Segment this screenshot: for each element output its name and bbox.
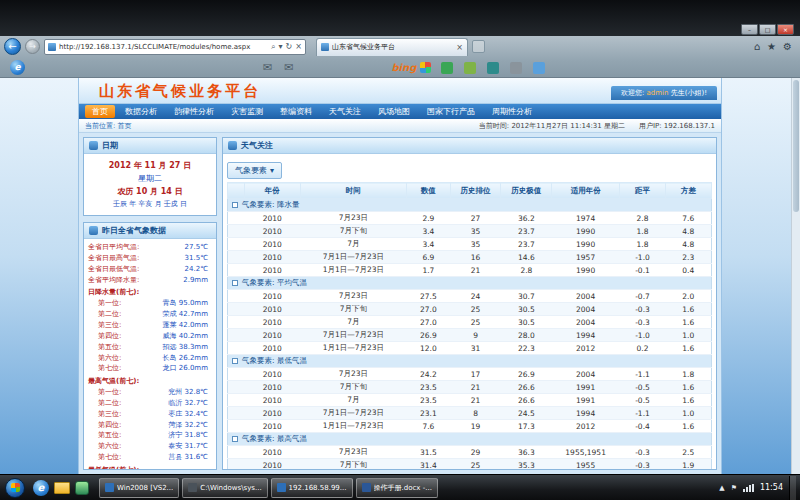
rank-item: 第三位:枣庄 32.4℃ <box>88 409 212 420</box>
section-checkbox[interactable] <box>232 280 238 286</box>
nav-item-9[interactable]: 周期性分析 <box>485 105 539 118</box>
section-checkbox[interactable] <box>232 202 238 208</box>
system-tray: ▲ ⚑ 11:54 <box>719 476 798 500</box>
table-cell: 2.5 <box>665 446 711 459</box>
toolbar-icon-5[interactable] <box>533 62 545 74</box>
column-header: 方差 <box>665 183 711 199</box>
row-checkbox-cell <box>228 238 245 251</box>
taskbar-button-1[interactable]: Win2008 [VS2... <box>99 478 179 498</box>
maximize-button[interactable]: □ <box>759 24 776 35</box>
table-cell: 17.3 <box>501 420 552 433</box>
calendar-icon <box>89 141 98 150</box>
toolbar-icon-3[interactable] <box>487 62 499 74</box>
chevron-down-icon[interactable]: ▾ <box>279 42 283 51</box>
search-icon[interactable]: ⌕ <box>271 42 275 52</box>
rank-label: 第七位: <box>98 363 121 374</box>
browser-forward-button[interactable]: → <box>25 39 40 54</box>
welcome-bar: 欢迎您: admin 先生(小姐)! <box>611 86 717 100</box>
tools-gear-icon[interactable]: ⚙ <box>783 41 792 52</box>
url-text[interactable]: http://192.168.137.1/SLCCLIMATE/modules/… <box>59 43 268 51</box>
bing-tile-icon[interactable] <box>420 62 431 73</box>
element-filter-button[interactable]: 气象要素 ▾ <box>227 162 282 179</box>
nav-item-1[interactable]: 首页 <box>85 105 115 118</box>
nav-item-2[interactable]: 数据分析 <box>118 105 164 118</box>
table-row: 20107月下旬31.42535.31955-0.31.9 <box>228 459 712 470</box>
vertical-scrollbar[interactable] <box>791 78 800 474</box>
table-cell: 7月 <box>300 238 406 251</box>
network-icon[interactable] <box>743 484 754 492</box>
rank-label: 第四位: <box>98 331 121 342</box>
section-row[interactable]: 气象要素: 最高气温 <box>228 433 712 446</box>
taskbar-media-icon[interactable] <box>75 481 89 495</box>
stat-label: 全省平均降水量: <box>88 275 139 286</box>
taskbar-folder-icon[interactable] <box>54 482 70 494</box>
nav-item-3[interactable]: 韵律性分析 <box>167 105 221 118</box>
ie-logo-icon[interactable]: e <box>10 60 25 75</box>
mail-icon[interactable]: ✉ <box>263 61 272 74</box>
show-desktop-button[interactable] <box>789 476 796 500</box>
column-header: 时间 <box>300 183 406 199</box>
section-checkbox[interactable] <box>232 358 238 364</box>
favorites-star-icon[interactable]: ★ <box>767 41 776 52</box>
toolbar-icon-1[interactable] <box>441 62 453 74</box>
table-cell: 7月 <box>300 316 406 329</box>
quick-launch: e <box>33 480 89 496</box>
table-cell: 2004 <box>552 368 620 381</box>
nav-item-6[interactable]: 天气关注 <box>322 105 368 118</box>
rank-label: 第二位: <box>98 398 121 409</box>
minimize-button[interactable]: – <box>741 24 758 35</box>
browser-tab[interactable]: 山东省气候业务平台 × <box>316 38 468 56</box>
nav-item-7[interactable]: 风场地图 <box>371 105 417 118</box>
table-cell: 24.5 <box>501 407 552 420</box>
taskbar-ie-icon[interactable]: e <box>33 480 49 496</box>
window-titlebar: – □ × <box>0 0 800 36</box>
toolbar-icon-2[interactable] <box>464 62 476 74</box>
filter-dropdown-icon: ▾ <box>270 166 274 175</box>
weather-data-panel: 昨日全省气象数据 全省日平均气温:27.5℃全省日最高气温:31.5℃全省日最低… <box>83 222 217 470</box>
nav-item-5[interactable]: 整编资料 <box>273 105 319 118</box>
table-cell: 7月 <box>300 394 406 407</box>
browser-chrome: ← → http://192.168.137.1/SLCCLIMATE/modu… <box>0 36 800 78</box>
table-cell: 22.3 <box>501 342 552 355</box>
table-cell: 2010 <box>244 446 300 459</box>
taskbar-button-2[interactable]: C:\Windows\sys... <box>182 478 267 498</box>
weather-panel-header: 昨日全省气象数据 <box>84 223 216 239</box>
home-icon[interactable]: ⌂ <box>754 41 760 52</box>
rank-label: 第五位: <box>98 342 121 353</box>
scrollbar-thumb[interactable] <box>793 80 799 212</box>
nav-item-8[interactable]: 国家下行产品 <box>420 105 482 118</box>
section-row[interactable]: 气象要素: 降水量 <box>228 199 712 212</box>
bing-logo[interactable]: bing <box>391 62 416 73</box>
nav-item-4[interactable]: 灾害监测 <box>224 105 270 118</box>
stop-icon[interactable]: × <box>295 42 302 51</box>
row-checkbox-cell <box>228 264 245 277</box>
table-cell: 7月23日 <box>300 368 406 381</box>
taskbar-button-3[interactable]: 192.168.58.99... <box>271 478 353 498</box>
section-row[interactable]: 气象要素: 最低气温 <box>228 355 712 368</box>
section-row[interactable]: 气象要素: 平均气温 <box>228 277 712 290</box>
task-app-icon <box>105 483 114 492</box>
close-button[interactable]: × <box>777 24 794 35</box>
new-tab-button[interactable] <box>472 40 485 53</box>
start-button[interactable] <box>5 478 25 498</box>
toolbar-icon-4[interactable] <box>510 62 522 74</box>
browser-back-button[interactable]: ← <box>4 38 21 55</box>
tab-favicon-icon <box>321 43 329 51</box>
table-cell: 23.7 <box>501 225 552 238</box>
tab-close-icon[interactable]: × <box>456 43 463 52</box>
tray-expand-icon[interactable]: ▲ <box>719 484 724 492</box>
row-checkbox-cell <box>228 329 245 342</box>
taskbar-clock[interactable]: 11:54 <box>760 483 783 492</box>
table-cell: -0.1 <box>620 264 666 277</box>
table-cell: 0.2 <box>620 342 666 355</box>
table-cell: 2010 <box>244 212 300 225</box>
mail-send-icon[interactable]: ✉ <box>284 61 293 74</box>
taskbar-button-4[interactable]: 操作手册.docx -... <box>356 478 438 498</box>
action-center-flag-icon[interactable]: ⚑ <box>731 484 737 492</box>
table-cell: 2010 <box>244 238 300 251</box>
table-cell: 7月23日 <box>300 212 406 225</box>
rank-item: 第四位:菏泽 32.2℃ <box>88 420 212 431</box>
section-checkbox[interactable] <box>232 436 238 442</box>
refresh-icon[interactable]: ↻ <box>286 42 293 51</box>
address-bar[interactable]: http://192.168.137.1/SLCCLIMATE/modules/… <box>44 39 306 55</box>
